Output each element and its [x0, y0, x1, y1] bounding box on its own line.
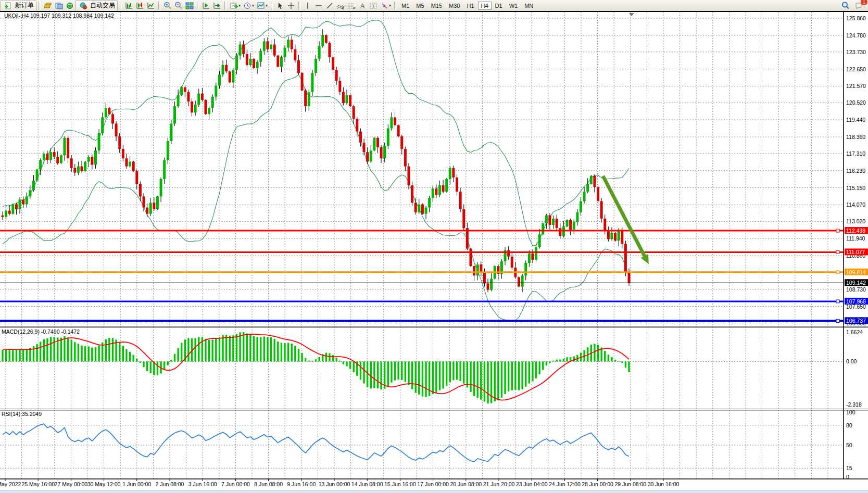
tab-timeframe-h4[interactable]: H4 — [478, 2, 492, 10]
bar-chart-icon[interactable] — [124, 1, 134, 10]
trendline-icon[interactable] — [324, 1, 335, 10]
chevron-down-icon[interactable]: ▾ — [389, 3, 391, 8]
svg-text:119.440: 119.440 — [846, 117, 865, 123]
svg-text:116.230: 116.230 — [846, 168, 865, 174]
new-order-button[interactable]: 新订单 — [1, 0, 36, 11]
chart-area[interactable]: 125.860124.780123.730122.650121.570120.5… — [0, 12, 868, 493]
svg-text:121.570: 121.570 — [846, 83, 866, 89]
svg-text:117.310: 117.310 — [846, 150, 865, 157]
svg-text:124.780: 124.780 — [846, 32, 866, 39]
new-order-icon — [3, 1, 14, 10]
svg-text:24 May 2022: 24 May 2022 — [0, 481, 21, 487]
separator — [224, 2, 227, 10]
new-chart-icon[interactable] — [229, 1, 239, 10]
tab-timeframe-m5[interactable]: M5 — [413, 2, 427, 10]
tile-windows-icon[interactable] — [184, 1, 195, 10]
svg-text:15: 15 — [846, 465, 852, 471]
status-bar — [0, 490, 868, 493]
svg-text:3 Jun 16:00: 3 Jun 16:00 — [188, 481, 217, 487]
tab-timeframe-w1[interactable]: W1 — [506, 2, 521, 10]
new-order-label: 新订单 — [15, 1, 34, 10]
market-watch-icon[interactable] — [43, 1, 53, 10]
text-label-icon[interactable]: T — [368, 1, 379, 10]
svg-text:24 Jun 12:00: 24 Jun 12:00 — [549, 481, 581, 487]
auto-trading-icon — [78, 1, 89, 10]
svg-text:109.142: 109.142 — [846, 280, 866, 286]
separator — [197, 2, 199, 10]
svg-text:122.650: 122.650 — [846, 66, 866, 72]
panel-separators[interactable] — [0, 12, 868, 479]
svg-text:E: E — [342, 6, 344, 9]
search-icon[interactable] — [840, 1, 851, 10]
svg-text:123.730: 123.730 — [846, 49, 866, 55]
svg-text:A: A — [360, 2, 364, 9]
zoom-in-icon[interactable] — [162, 1, 173, 10]
svg-text:27 May 00:00: 27 May 00:00 — [55, 481, 88, 487]
svg-text:17 Jun 00:00: 17 Jun 00:00 — [417, 481, 449, 487]
auto-trading-label: 自动交易 — [90, 1, 115, 10]
auto-trading-button[interactable]: 自动交易 — [76, 0, 118, 11]
cursor-icon[interactable] — [275, 1, 285, 10]
tab-timeframe-m1[interactable]: M1 — [398, 2, 412, 10]
svg-text:7 Jun 00:00: 7 Jun 00:00 — [221, 481, 250, 487]
macd-axis-labels: 1.66240.00-2.318 — [846, 329, 863, 408]
tab-timeframe-mn[interactable]: MN — [521, 2, 536, 10]
fibonacci-icon[interactable]: F — [346, 1, 357, 10]
separator — [158, 2, 160, 10]
period-clock-icon[interactable] — [242, 1, 253, 10]
horizontal-line-icon[interactable] — [313, 1, 324, 10]
svg-text:113.020: 113.020 — [846, 218, 865, 224]
level-lines[interactable]: 112.438111.077109.814109.142107.968106.7… — [0, 227, 868, 324]
auto-scroll-icon[interactable] — [201, 1, 211, 10]
rsi-label: RSI(14) 35.2049 — [2, 411, 42, 417]
svg-text:13 Jun 00:00: 13 Jun 00:00 — [319, 481, 350, 487]
svg-text:20 Jun 08:00: 20 Jun 08:00 — [450, 481, 482, 487]
svg-text:30 Jun 16:00: 30 Jun 16:00 — [648, 481, 680, 487]
navigator-icon[interactable] — [54, 1, 64, 10]
tab-timeframe-h1[interactable]: H1 — [463, 2, 477, 10]
svg-text:80: 80 — [846, 422, 852, 428]
notification-badge: 1 — [861, 0, 867, 5]
svg-text:F: F — [354, 6, 356, 9]
svg-text:8 Jun 08:00: 8 Jun 08:00 — [254, 481, 283, 487]
chevron-down-icon[interactable]: ▾ — [252, 3, 254, 8]
svg-text:125.860: 125.860 — [846, 15, 866, 21]
svg-text:114.070: 114.070 — [846, 201, 865, 208]
svg-text:50: 50 — [846, 442, 852, 448]
chart-title-ohlc: UKOil-,H4 109.197 109.312 108.984 109.14… — [4, 12, 114, 19]
zoom-out-icon[interactable] — [173, 1, 184, 10]
svg-text:15 Jun 16:00: 15 Jun 16:00 — [384, 481, 416, 487]
separator — [120, 2, 122, 10]
separator — [271, 2, 273, 10]
chevron-down-icon[interactable]: ▾ — [238, 3, 241, 8]
separator — [298, 2, 300, 10]
vertical-line-icon[interactable] — [303, 1, 313, 10]
chevron-down-icon[interactable]: ▾ — [266, 3, 268, 8]
crosshair-icon[interactable] — [286, 1, 296, 10]
svg-text:107.968: 107.968 — [846, 298, 866, 305]
svg-text:T: T — [372, 3, 375, 8]
svg-text:23 Jun 04:00: 23 Jun 04:00 — [516, 481, 548, 487]
chart-shift-icon[interactable] — [212, 1, 222, 10]
svg-text:2 Jun 08:00: 2 Jun 08:00 — [156, 481, 184, 487]
rsi-axis-labels: 1008050150 — [846, 409, 856, 480]
chart-shift-marker[interactable] — [629, 13, 634, 16]
network-icon[interactable] — [65, 1, 75, 10]
notifications-icon[interactable]: 1 — [854, 1, 864, 10]
svg-text:29 Jun 08:00: 29 Jun 08:00 — [614, 481, 646, 487]
macd-label: MACD(12,26,9) -0.7490 -0.1472 — [2, 328, 80, 335]
text-icon[interactable]: A — [357, 1, 368, 10]
date-axis: 24 May 202225 May 16:0027 May 00:0030 Ma… — [0, 479, 680, 487]
line-chart-icon[interactable] — [146, 1, 156, 10]
tab-timeframe-m15[interactable]: M15 — [428, 2, 445, 10]
tab-timeframe-m30[interactable]: M30 — [446, 2, 463, 10]
equidistant-channel-icon[interactable]: E — [335, 1, 346, 10]
chart-template-icon[interactable] — [256, 1, 266, 10]
candlestick-chart-icon[interactable] — [135, 1, 145, 10]
svg-text:0.00: 0.00 — [846, 358, 857, 364]
arrow-objects-icon[interactable] — [379, 1, 389, 10]
svg-text:25 May 16:00: 25 May 16:00 — [21, 481, 55, 487]
svg-text:112.438: 112.438 — [846, 227, 865, 234]
svg-text:111.077: 111.077 — [846, 249, 865, 255]
tab-timeframe-d1[interactable]: D1 — [492, 2, 506, 10]
